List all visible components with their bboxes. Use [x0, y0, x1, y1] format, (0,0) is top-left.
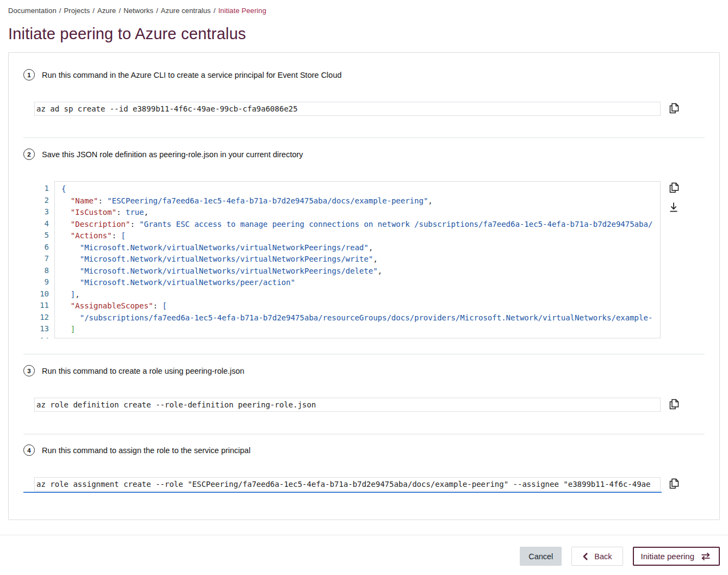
step-1-header: 1 Run this command in the Azure CLI to c… — [23, 69, 705, 81]
breadcrumb-separator: / — [211, 7, 219, 15]
breadcrumb-separator: / — [153, 7, 161, 15]
breadcrumb-item[interactable]: Documentation — [8, 7, 57, 15]
line-number: 3 — [34, 206, 49, 218]
back-button[interactable]: Back — [571, 547, 623, 566]
step-1-instruction: Run this command in the Azure CLI to cre… — [42, 71, 341, 79]
line-number: 10 — [34, 288, 49, 300]
json-code-lines: { "Name": "ESCPeering/fa7eed6a-1ec5-4efa… — [61, 183, 660, 338]
line-number: 12 — [34, 312, 49, 324]
step-4-command: az role assignment create --role "ESCPee… — [36, 480, 650, 489]
transfer-arrows-icon — [700, 552, 712, 561]
step-2-copy-button[interactable] — [668, 181, 680, 194]
code-line: ], — [61, 289, 660, 301]
section-divider — [23, 354, 705, 355]
line-number: 5 — [34, 230, 49, 242]
step-2-header: 2 Save this JSON role definition as peer… — [23, 149, 705, 160]
step-1-copy-button[interactable] — [668, 102, 680, 115]
code-line: "Description": "Grants ESC access to man… — [61, 219, 660, 231]
line-number: 4 — [34, 218, 49, 230]
code-line: "IsCustom": true, — [61, 207, 660, 219]
step-1-actions — [668, 102, 680, 115]
chevron-left-icon — [582, 552, 588, 561]
code-line: "AssignableScopes": [ — [61, 300, 660, 312]
step-4-copy-button[interactable] — [668, 477, 680, 490]
line-number-gutter: 1234567891011121314 — [34, 181, 54, 338]
breadcrumb-item[interactable]: Azure centralus — [161, 7, 211, 15]
code-line: "Microsoft.Network/virtualNetworks/virtu… — [61, 242, 660, 254]
horizontal-scrollbar[interactable] — [23, 492, 662, 493]
step-3-copy-button[interactable] — [668, 398, 680, 411]
step-3-instruction: Run this command to create a role using … — [42, 367, 244, 375]
page: Documentation/Projects/Azure/Networks/Az… — [0, 0, 728, 566]
step-4-number-badge: 4 — [23, 444, 35, 456]
breadcrumb: Documentation/Projects/Azure/Networks/Az… — [8, 7, 728, 15]
line-number: 1 — [34, 183, 49, 195]
copy-icon — [668, 398, 680, 411]
step-3-command: az role definition create --role-definit… — [36, 400, 316, 409]
breadcrumb-separator: / — [90, 7, 97, 15]
step-2-number-badge: 2 — [23, 149, 35, 160]
line-number: 7 — [34, 253, 49, 265]
step-3-code-row: az role definition create --role-definit… — [34, 398, 680, 412]
step-3-code-box[interactable]: az role definition create --role-definit… — [34, 398, 661, 412]
page-title: Initiate peering to Azure centralus — [8, 25, 728, 43]
breadcrumb-item[interactable]: Azure — [97, 7, 116, 15]
step-4-instruction: Run this command to assign the role to t… — [42, 446, 251, 455]
step-3-number-badge: 3 — [23, 365, 35, 376]
line-number: 14 — [34, 335, 49, 339]
line-number: 2 — [34, 195, 49, 207]
step-4-code-row: az role assignment create --role "ESCPee… — [34, 477, 680, 491]
wizard-card: 1 Run this command in the Azure CLI to c… — [8, 52, 720, 520]
cancel-button[interactable]: Cancel — [520, 547, 562, 566]
code-line: "/subscriptions/fa7eed6a-1ec5-4efa-b71a-… — [61, 312, 660, 324]
step-3-header: 3 Run this command to create a role usin… — [23, 365, 705, 376]
breadcrumb-separator: / — [57, 7, 64, 15]
breadcrumb-separator: / — [116, 7, 123, 15]
step-1-command: az ad sp create --id e3899b11-4f6c-49ae-… — [36, 104, 297, 113]
json-editor-row: 1234567891011121314 { "Name": "ESCPeerin… — [34, 181, 680, 338]
step-2-instruction: Save this JSON role definition as peerin… — [42, 150, 303, 159]
step-4-actions — [668, 477, 680, 490]
line-number: 9 — [34, 276, 49, 288]
code-line: { — [61, 183, 660, 195]
line-number: 11 — [34, 300, 49, 312]
code-line: "Actions": [ — [61, 230, 660, 242]
step-1-number-badge: 1 — [23, 69, 35, 81]
code-line: ] — [61, 324, 660, 336]
copy-icon — [668, 102, 680, 115]
step-4-header: 4 Run this command to assign the role to… — [23, 444, 705, 456]
code-line: "Microsoft.Network/virtualNetworks/virtu… — [61, 254, 660, 265]
copy-icon — [668, 181, 680, 194]
step-2-download-button[interactable] — [668, 201, 680, 214]
step-1-code-box[interactable]: az ad sp create --id e3899b11-4f6c-49ae-… — [34, 102, 661, 116]
code-line: "Microsoft.Network/virtualNetworks/peer/… — [61, 277, 660, 289]
code-line: "Name": "ESCPeering/fa7eed6a-1ec5-4efa-b… — [61, 195, 660, 207]
step-2-actions — [668, 181, 680, 214]
section-divider — [23, 434, 705, 435]
breadcrumb-item[interactable]: Networks — [123, 7, 153, 15]
json-code-editor[interactable]: { "Name": "ESCPeering/fa7eed6a-1ec5-4efa… — [54, 181, 661, 338]
back-button-label: Back — [594, 552, 612, 561]
step-1-code-row: az ad sp create --id e3899b11-4f6c-49ae-… — [34, 102, 680, 116]
copy-icon — [668, 477, 680, 490]
footer-actions: Cancel Back Initiate peering — [0, 547, 720, 566]
breadcrumb-current: Initiate Peering — [218, 7, 266, 15]
step-3-actions — [668, 398, 680, 411]
breadcrumb-item[interactable]: Projects — [64, 7, 90, 15]
footer-divider — [0, 535, 728, 535]
initiate-peering-label: Initiate peering — [641, 552, 694, 561]
step-4-code-box[interactable]: az role assignment create --role "ESCPee… — [34, 477, 661, 491]
code-line: "Microsoft.Network/virtualNetworks/virtu… — [61, 265, 660, 277]
line-number: 13 — [34, 323, 49, 335]
initiate-peering-button[interactable]: Initiate peering — [633, 547, 720, 566]
section-divider — [23, 137, 705, 138]
line-number: 8 — [34, 265, 49, 277]
download-icon — [668, 201, 680, 214]
code-line: } — [61, 336, 660, 339]
line-number: 6 — [34, 242, 49, 254]
